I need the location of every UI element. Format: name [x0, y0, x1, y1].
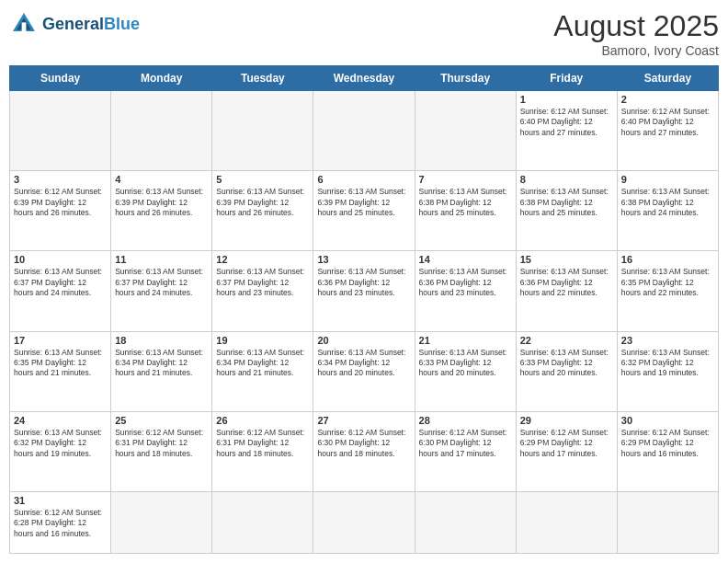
title-area: August 2025 Bamoro, Ivory Coast	[553, 9, 719, 58]
table-row: 26Sunrise: 6:12 AM Sunset: 6:31 PM Dayli…	[212, 411, 313, 491]
day-number: 27	[317, 415, 410, 426]
day-info: Sunrise: 6:13 AM Sunset: 6:39 PM Dayligh…	[317, 187, 410, 218]
table-row	[313, 91, 415, 171]
table-row: 7Sunrise: 6:13 AM Sunset: 6:38 PM Daylig…	[415, 171, 516, 251]
day-number: 19	[216, 335, 309, 346]
day-info: Sunrise: 6:13 AM Sunset: 6:34 PM Dayligh…	[317, 348, 410, 379]
day-info: Sunrise: 6:13 AM Sunset: 6:35 PM Dayligh…	[14, 348, 107, 379]
day-info: Sunrise: 6:13 AM Sunset: 6:33 PM Dayligh…	[520, 348, 613, 379]
day-info: Sunrise: 6:13 AM Sunset: 6:39 PM Dayligh…	[216, 187, 309, 218]
table-row: 16Sunrise: 6:13 AM Sunset: 6:35 PM Dayli…	[617, 251, 718, 331]
calendar-header-row: Sunday Monday Tuesday Wednesday Thursday…	[10, 66, 719, 91]
day-number: 25	[115, 415, 208, 426]
day-info: Sunrise: 6:12 AM Sunset: 6:40 PM Dayligh…	[520, 107, 613, 138]
table-row: 10Sunrise: 6:13 AM Sunset: 6:37 PM Dayli…	[10, 251, 111, 331]
day-number: 21	[419, 335, 512, 346]
table-row: 30Sunrise: 6:12 AM Sunset: 6:29 PM Dayli…	[617, 411, 718, 491]
day-info: Sunrise: 6:13 AM Sunset: 6:36 PM Dayligh…	[317, 267, 410, 298]
day-info: Sunrise: 6:12 AM Sunset: 6:30 PM Dayligh…	[419, 428, 512, 459]
table-row: 28Sunrise: 6:12 AM Sunset: 6:30 PM Dayli…	[415, 411, 516, 491]
page: GeneralBlue August 2025 Bamoro, Ivory Co…	[0, 0, 728, 563]
day-number: 5	[216, 174, 309, 185]
day-number: 7	[419, 174, 512, 185]
table-row	[10, 91, 111, 171]
day-info: Sunrise: 6:13 AM Sunset: 6:36 PM Dayligh…	[419, 267, 512, 298]
table-row: 5Sunrise: 6:13 AM Sunset: 6:39 PM Daylig…	[212, 171, 313, 251]
day-info: Sunrise: 6:12 AM Sunset: 6:29 PM Dayligh…	[621, 428, 714, 459]
day-info: Sunrise: 6:13 AM Sunset: 6:34 PM Dayligh…	[115, 348, 208, 379]
table-row: 6Sunrise: 6:13 AM Sunset: 6:39 PM Daylig…	[313, 171, 415, 251]
col-sunday: Sunday	[10, 66, 111, 91]
table-row	[111, 91, 212, 171]
table-row: 25Sunrise: 6:12 AM Sunset: 6:31 PM Dayli…	[111, 411, 212, 491]
day-info: Sunrise: 6:12 AM Sunset: 6:31 PM Dayligh…	[216, 428, 309, 459]
table-row: 14Sunrise: 6:13 AM Sunset: 6:36 PM Dayli…	[415, 251, 516, 331]
day-info: Sunrise: 6:13 AM Sunset: 6:37 PM Dayligh…	[115, 267, 208, 298]
month-title: August 2025	[553, 9, 719, 43]
col-friday: Friday	[516, 66, 617, 91]
day-number: 13	[317, 254, 410, 265]
table-row: 3Sunrise: 6:12 AM Sunset: 6:39 PM Daylig…	[10, 171, 111, 251]
day-number: 12	[216, 254, 309, 265]
day-info: Sunrise: 6:13 AM Sunset: 6:39 PM Dayligh…	[115, 187, 208, 218]
day-number: 22	[520, 335, 613, 346]
table-row	[415, 91, 516, 171]
table-row: 11Sunrise: 6:13 AM Sunset: 6:37 PM Dayli…	[111, 251, 212, 331]
day-number: 30	[621, 415, 714, 426]
day-number: 20	[317, 335, 410, 346]
day-number: 2	[621, 94, 714, 105]
day-number: 4	[115, 174, 208, 185]
table-row	[212, 491, 313, 553]
logo: GeneralBlue	[9, 9, 140, 39]
day-number: 17	[14, 335, 107, 346]
table-row	[111, 491, 212, 553]
calendar-table: Sunday Monday Tuesday Wednesday Thursday…	[9, 65, 719, 554]
day-info: Sunrise: 6:13 AM Sunset: 6:36 PM Dayligh…	[520, 267, 613, 298]
day-number: 6	[317, 174, 410, 185]
day-number: 18	[115, 335, 208, 346]
table-row: 8Sunrise: 6:13 AM Sunset: 6:38 PM Daylig…	[516, 171, 617, 251]
day-info: Sunrise: 6:13 AM Sunset: 6:38 PM Dayligh…	[520, 187, 613, 218]
day-number: 28	[419, 415, 512, 426]
day-info: Sunrise: 6:13 AM Sunset: 6:38 PM Dayligh…	[621, 187, 714, 218]
table-row: 17Sunrise: 6:13 AM Sunset: 6:35 PM Dayli…	[10, 331, 111, 411]
day-info: Sunrise: 6:12 AM Sunset: 6:30 PM Dayligh…	[317, 428, 410, 459]
day-number: 16	[621, 254, 714, 265]
table-row	[617, 491, 718, 553]
day-number: 14	[419, 254, 512, 265]
day-info: Sunrise: 6:13 AM Sunset: 6:34 PM Dayligh…	[216, 348, 309, 379]
day-info: Sunrise: 6:13 AM Sunset: 6:32 PM Dayligh…	[621, 348, 714, 379]
logo-text: GeneralBlue	[42, 15, 140, 34]
col-tuesday: Tuesday	[212, 66, 313, 91]
day-info: Sunrise: 6:13 AM Sunset: 6:35 PM Dayligh…	[621, 267, 714, 298]
day-info: Sunrise: 6:12 AM Sunset: 6:39 PM Dayligh…	[14, 187, 107, 218]
day-info: Sunrise: 6:13 AM Sunset: 6:38 PM Dayligh…	[419, 187, 512, 218]
day-info: Sunrise: 6:12 AM Sunset: 6:29 PM Dayligh…	[520, 428, 613, 459]
col-wednesday: Wednesday	[313, 66, 415, 91]
table-row: 13Sunrise: 6:13 AM Sunset: 6:36 PM Dayli…	[313, 251, 415, 331]
day-number: 3	[14, 174, 107, 185]
day-number: 10	[14, 254, 107, 265]
table-row: 24Sunrise: 6:13 AM Sunset: 6:32 PM Dayli…	[10, 411, 111, 491]
table-row: 1Sunrise: 6:12 AM Sunset: 6:40 PM Daylig…	[516, 91, 617, 171]
day-number: 8	[520, 174, 613, 185]
day-info: Sunrise: 6:13 AM Sunset: 6:32 PM Dayligh…	[14, 428, 107, 459]
table-row: 19Sunrise: 6:13 AM Sunset: 6:34 PM Dayli…	[212, 331, 313, 411]
day-number: 23	[621, 335, 714, 346]
col-saturday: Saturday	[617, 66, 718, 91]
subtitle: Bamoro, Ivory Coast	[553, 43, 719, 58]
day-number: 9	[621, 174, 714, 185]
col-monday: Monday	[111, 66, 212, 91]
table-row	[415, 491, 516, 553]
table-row: 9Sunrise: 6:13 AM Sunset: 6:38 PM Daylig…	[617, 171, 718, 251]
table-row: 15Sunrise: 6:13 AM Sunset: 6:36 PM Dayli…	[516, 251, 617, 331]
table-row: 29Sunrise: 6:12 AM Sunset: 6:29 PM Dayli…	[516, 411, 617, 491]
day-info: Sunrise: 6:13 AM Sunset: 6:33 PM Dayligh…	[419, 348, 512, 379]
table-row: 22Sunrise: 6:13 AM Sunset: 6:33 PM Dayli…	[516, 331, 617, 411]
svg-rect-2	[22, 22, 27, 31]
table-row	[313, 491, 415, 553]
table-row: 18Sunrise: 6:13 AM Sunset: 6:34 PM Dayli…	[111, 331, 212, 411]
logo-icon	[9, 9, 39, 39]
table-row	[516, 491, 617, 553]
table-row: 21Sunrise: 6:13 AM Sunset: 6:33 PM Dayli…	[415, 331, 516, 411]
